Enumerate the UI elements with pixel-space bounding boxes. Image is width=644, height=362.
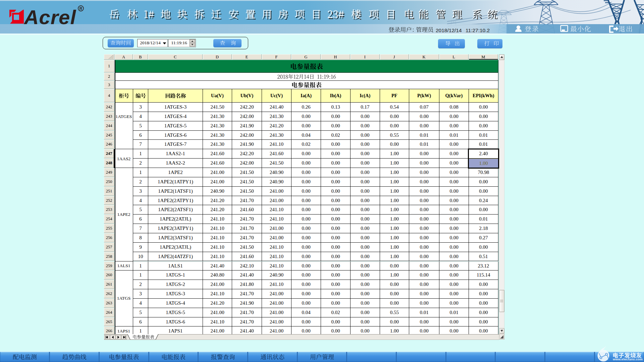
svg-text:11:27:10.2: 11:27:10.2: [466, 27, 490, 33]
svg-text:www.elecfans.com: www.elecfans.com: [612, 357, 643, 361]
svg-text:2018/12/14: 2018/12/14: [436, 27, 462, 33]
